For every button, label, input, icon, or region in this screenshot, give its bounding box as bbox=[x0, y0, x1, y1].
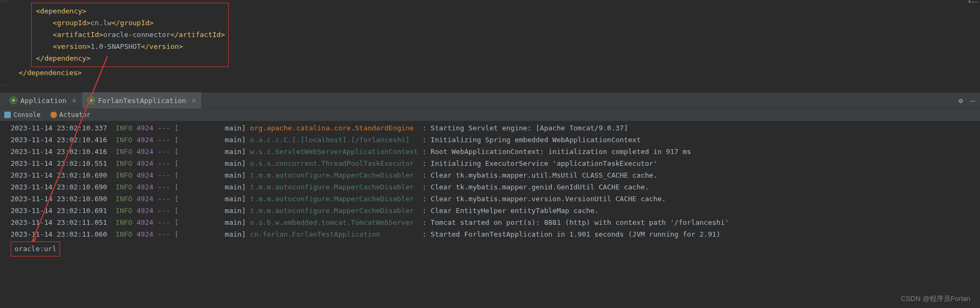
minimize-icon[interactable]: — bbox=[970, 97, 975, 105]
tab-label: Application bbox=[20, 97, 67, 105]
log-line: 2023-11-14 23:02:11.060 INFO 4924 --- [ … bbox=[2, 229, 978, 240]
subtab-label: Actuator bbox=[60, 111, 91, 119]
log-line: 2023-11-14 23:02:10.690 INFO 4924 --- [ … bbox=[2, 193, 978, 205]
terminal-icon bbox=[4, 112, 11, 118]
tab-actions: ⚙ — bbox=[959, 97, 975, 105]
output-text: oracle:url bbox=[14, 245, 56, 253]
close-icon[interactable]: × bbox=[72, 96, 76, 105]
close-icon[interactable]: × bbox=[192, 96, 196, 105]
log-line: 2023-11-14 23:02:10.551 INFO 4924 --- [ … bbox=[2, 158, 978, 170]
spring-icon bbox=[87, 97, 95, 104]
subtab-label: Console bbox=[13, 111, 41, 119]
log-line: 2023-11-14 23:02:10.690 INFO 4924 --- [ … bbox=[2, 170, 978, 181]
run-tabs-bar: Application × ForlanTestApplication × ⚙ … bbox=[0, 92, 980, 108]
subtab-console[interactable]: Console bbox=[4, 111, 41, 119]
tab-label: ForlanTestApplication bbox=[98, 97, 186, 105]
code-line: <dependency> bbox=[36, 5, 224, 17]
tab-forlan-test-application[interactable]: ForlanTestApplication × bbox=[82, 92, 202, 108]
console-output[interactable]: 2023-11-14 23:02:10.337 INFO 4924 --- [ … bbox=[0, 121, 980, 258]
log-line: 2023-11-14 23:02:10.691 INFO 4924 --- [ … bbox=[2, 205, 978, 217]
log-line: 2023-11-14 23:02:10.416 INFO 4924 --- [ … bbox=[2, 134, 978, 146]
highlighted-dependency-block: <dependency> <groupId>cn.lw</groupId> <a… bbox=[31, 3, 229, 67]
code-line: </dependency> bbox=[36, 53, 224, 64]
code-line: <artifactId>oracle-connector</artifactId… bbox=[36, 29, 224, 41]
gear-icon[interactable]: ⚙ bbox=[959, 97, 963, 105]
log-line: 2023-11-14 23:02:10.690 INFO 4924 --- [ … bbox=[2, 181, 978, 193]
subtab-actuator[interactable]: Actuator bbox=[50, 111, 91, 119]
log-line: 2023-11-14 23:02:10.416 INFO 4924 --- [ … bbox=[2, 146, 978, 158]
console-subtabs: Console Actuator bbox=[0, 108, 980, 121]
code-line: </dependencies> bbox=[19, 67, 980, 79]
code-line: <version>1.0-SNAPSHOT</version> bbox=[36, 41, 224, 53]
log-line: 2023-11-14 23:02:10.337 INFO 4924 --- [ … bbox=[2, 122, 978, 134]
code-line: <groupId>cn.lw</groupId> bbox=[36, 17, 224, 29]
highlighted-output: oracle:url bbox=[11, 241, 60, 256]
log-line: 2023-11-14 23:02:11.051 INFO 4924 --- [ … bbox=[2, 217, 978, 229]
watermark: CSDN @程序员Forlan bbox=[901, 294, 971, 304]
tab-application[interactable]: Application × bbox=[4, 92, 82, 108]
spring-icon bbox=[10, 97, 17, 104]
code-editor[interactable]: <dependency> <groupId>cn.lw</groupId> <a… bbox=[0, 3, 980, 84]
actuator-icon bbox=[50, 112, 57, 118]
